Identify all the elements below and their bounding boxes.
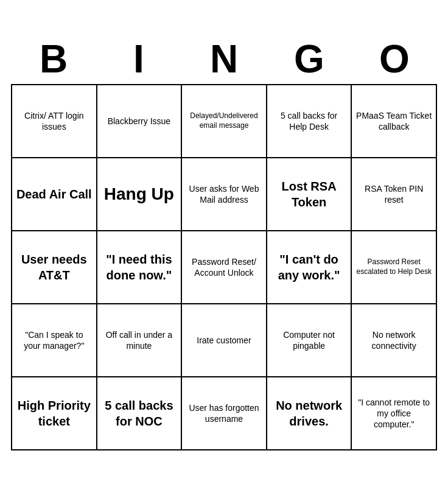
bingo-cell: Password Reset escalated to Help Desk: [352, 231, 437, 304]
bingo-cell: Off call in under a minute: [97, 304, 183, 377]
bingo-cell: No network connectivity: [352, 304, 437, 377]
bingo-cell: No network drives.: [267, 377, 352, 450]
bingo-cell: Hang Up: [97, 158, 183, 231]
bingo-cell: Irate customer: [182, 304, 267, 377]
title-i: I: [99, 37, 178, 82]
bingo-cell: 5 call backs for Help Desk: [267, 85, 352, 158]
title-o: O: [355, 37, 434, 82]
bingo-cell: "I cannot remote to my office computer.": [352, 377, 437, 450]
bingo-cell: RSA Token PIN reset: [352, 158, 437, 231]
bingo-cell: User has forgotten username: [182, 377, 267, 450]
bingo-title: B I N G O: [11, 37, 437, 82]
bingo-cell: User needs AT&T: [12, 231, 97, 304]
bingo-cell: "I can't do any work.": [267, 231, 352, 304]
bingo-cell: 5 call backs for NOC: [97, 377, 183, 450]
bingo-cell: Password Reset/ Account Unlock: [182, 231, 267, 304]
bingo-cell: "Can I speak to your manager?": [12, 304, 97, 377]
bingo-card: B I N G O Citrix/ ATT login issuesBlackb…: [5, 30, 443, 457]
bingo-cell: Citrix/ ATT login issues: [12, 85, 97, 158]
title-b: B: [14, 37, 93, 82]
bingo-cell: Lost RSA Token: [267, 158, 352, 231]
bingo-cell: PMaaS Team Ticket callback: [352, 85, 437, 158]
bingo-cell: High Priority ticket: [12, 377, 97, 450]
bingo-cell: "I need this done now.": [97, 231, 183, 304]
bingo-cell: Computer not pingable: [267, 304, 352, 377]
bingo-cell: Delayed/Undelivered email message: [182, 85, 267, 158]
bingo-cell: Blackberry Issue: [97, 85, 183, 158]
bingo-cell: User asks for Web Mail address: [182, 158, 267, 231]
bingo-cell: Dead Air Call: [12, 158, 97, 231]
title-n: N: [184, 37, 264, 82]
bingo-grid: Citrix/ ATT login issuesBlackberry Issue…: [11, 84, 437, 450]
title-g: G: [270, 37, 349, 82]
